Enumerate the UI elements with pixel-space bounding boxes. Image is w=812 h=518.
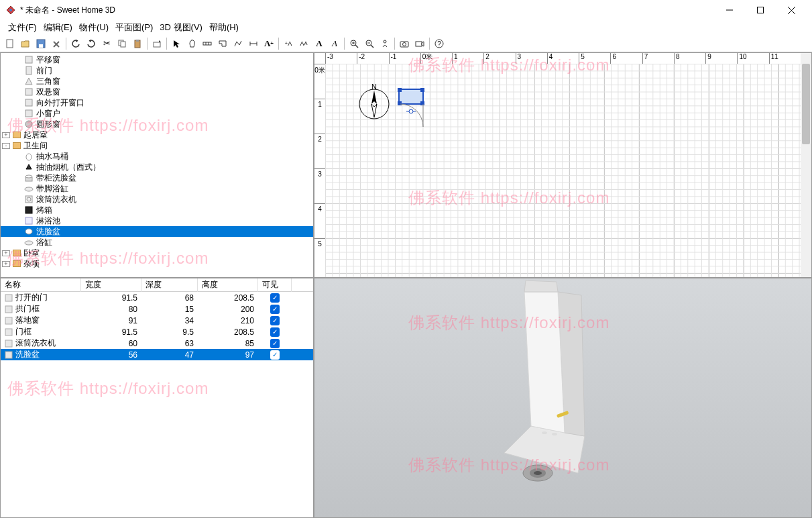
furniture-table[interactable]: 名称 宽度 深度 高度 可见 打开的门91.568208.5✓拱门框801520… [0,278,314,518]
room-tool[interactable] [215,36,230,51]
catalog-item[interactable]: 双悬窗 [1,87,313,97]
close-button[interactable] [776,0,807,20]
row-icon [5,294,13,302]
plan-grid[interactable]: N [325,64,801,277]
catalog-item[interactable]: 带柜洗脸盆 [1,172,313,183]
ruler-tick: 0米 [420,53,452,64]
new-button[interactable] [3,36,17,51]
catalog-label: 圆形窗 [35,119,62,130]
folder-label: 卧室 [22,248,41,258]
catalog-folder[interactable]: -卫生间 [1,140,313,151]
table-row[interactable]: 门框91.59.5208.5✓ [1,326,313,338]
catalog-item[interactable]: 抽水马桶 [1,151,313,162]
expand-toggle[interactable]: + [2,250,10,256]
cell-height: 85 [198,338,258,349]
table-row[interactable]: 洗脸盆564797✓ [1,349,313,360]
catalog-item[interactable]: 滚筒洗衣机 [1,194,313,205]
catalog-item[interactable]: 小窗户 [1,108,313,119]
wall-tool[interactable] [200,36,215,51]
italic-button[interactable]: A [327,36,342,51]
table-row[interactable]: 落地窗9134210✓ [1,315,313,326]
svg-rect-48 [25,217,32,224]
visible-checkbox[interactable]: ✓ [270,293,280,303]
catalog-item[interactable]: 淋浴池 [1,215,313,226]
catalog-folder[interactable]: +卧室 [1,248,313,258]
catalog-item[interactable]: 前门 [1,65,313,76]
menu-plan[interactable]: 平面图(P) [113,20,156,35]
menu-3dview[interactable]: 3D 视图(V) [157,20,205,35]
open-button[interactable] [18,36,33,51]
dimension-tool[interactable] [246,36,261,51]
catalog-item[interactable]: 烤箱 [1,205,313,215]
table-row[interactable]: 打开的门91.568208.5✓ [1,292,313,303]
text-size-down[interactable]: AA [296,36,311,51]
cut-button[interactable]: ✂ [99,36,114,51]
pan-tool[interactable] [184,36,199,51]
catalog-item[interactable]: 向外打开窗口 [1,97,313,108]
expand-toggle[interactable]: + [2,132,10,138]
menu-help[interactable]: 帮助(H) [207,20,241,35]
catalog-item[interactable]: 抽油烟机（西式） [1,162,313,172]
table-row[interactable]: 拱门框8015200✓ [1,303,313,315]
catalog-item[interactable]: 带脚浴缸 [1,183,313,194]
redo-button[interactable] [84,36,99,51]
ruler-tick: -1 [389,53,420,64]
maximize-button[interactable] [745,0,776,20]
svg-rect-14 [136,40,139,42]
furniture-catalog[interactable]: 平移窗前门三角窗双悬窗向外打开窗口小窗户圆形窗+起居室-卫生间抽水马桶抽油烟机（… [0,52,314,278]
cell-name: 打开的门 [15,292,48,303]
expand-toggle[interactable]: - [2,143,10,149]
catalog-folder[interactable]: +起居室 [1,130,313,140]
menu-file[interactable]: 文件(F) [5,20,40,35]
catalog-item[interactable]: 平移窗 [1,54,313,65]
help-button[interactable]: ? [432,36,447,51]
polyline-tool[interactable] [231,36,245,51]
add-furniture-button[interactable] [150,36,164,51]
visible-checkbox[interactable]: ✓ [270,305,280,314]
menu-edit[interactable]: 编辑(E) [41,20,75,35]
col-height[interactable]: 高度 [198,278,258,292]
minimize-button[interactable] [714,0,745,20]
video-button[interactable] [412,36,427,51]
visible-checkbox[interactable]: ✓ [270,339,280,348]
photo-button[interactable] [397,36,412,51]
undo-button[interactable] [68,36,83,51]
zoom-in-button[interactable] [347,36,361,51]
3d-scene [314,278,811,517]
zoom-out-button[interactable] [362,36,377,51]
3d-view[interactable]: 佛系软件 https://foxirj.com 佛系软件 https://fox… [314,278,812,518]
paste-button[interactable] [130,36,145,51]
table-row[interactable]: 滚筒洗衣机606385✓ [1,338,313,349]
preferences-button[interactable] [49,36,64,51]
ruler-horizontal: -3-2-10米1234567891011 [325,53,801,64]
svg-rect-56 [398,101,402,105]
text-size-up[interactable]: +A [281,36,296,51]
plan-view[interactable]: -3-2-10米1234567891011 0米12345 N [314,52,812,278]
text-tool[interactable]: A+ [262,36,276,51]
visible-checkbox[interactable]: ✓ [270,327,280,337]
col-depth[interactable]: 深度 [141,278,198,292]
menu-objects[interactable]: 物件(U) [76,20,111,35]
catalog-item[interactable]: 浴缸 [1,237,313,248]
save-button[interactable] [34,36,48,51]
col-name[interactable]: 名称 [1,278,81,292]
expand-toggle[interactable]: + [2,261,10,267]
bold-button[interactable]: A [312,36,327,51]
catalog-item[interactable]: 三角窗 [1,76,313,87]
plan-furniture-door[interactable] [398,88,438,128]
compass-icon[interactable]: N [355,84,393,121]
col-width[interactable]: 宽度 [81,278,141,292]
plan-scrollbar[interactable] [801,64,811,277]
viewer-button[interactable] [378,36,392,51]
catalog-item[interactable]: 洗脸盆 [1,226,313,237]
separator [394,38,395,50]
select-tool[interactable] [169,36,184,51]
catalog-item[interactable]: 圆形窗 [1,119,313,130]
cell-height: 210 [198,315,258,326]
visible-checkbox[interactable]: ✓ [270,350,280,360]
catalog-folder[interactable]: +杂项 [1,258,313,269]
row-icon [5,351,13,359]
visible-checkbox[interactable]: ✓ [270,316,280,325]
col-visible[interactable]: 可见 [258,278,292,292]
copy-button[interactable] [115,36,129,51]
